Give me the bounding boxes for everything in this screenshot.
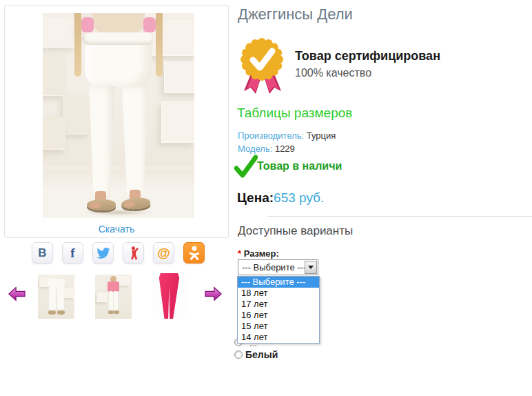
section-divider [267,216,532,217]
thumbnail-full-body[interactable] [95,275,132,319]
next-photo-arrow[interactable] [204,286,223,302]
pants-waistband [84,32,153,45]
product-title: Джеггинсы Дели [238,6,353,23]
chevron-down-icon [308,266,314,272]
hair-strand [74,13,81,77]
photo-bg-tile [63,96,91,135]
thumbnail-pink-leggings[interactable] [153,273,185,319]
odnoklassniki-person-icon [189,246,200,261]
options-heading: Доступные варианты [238,224,353,238]
required-asterisk: * [238,248,241,259]
size-tables-link[interactable]: Таблицы размеров [237,106,352,121]
model-value: 1229 [275,143,295,154]
size-dropdown-list: --- Выберите --- 18 лет 17 лет 16 лет 15… [237,276,320,344]
photo-bg-tile [43,117,66,150]
model-top [92,13,145,34]
twitter-bird-icon [96,248,110,259]
size-select-value: --- Выберите --- [242,260,306,275]
mailru-at-icon: @ [157,246,170,261]
pink-top-accent [143,17,156,32]
model-row: Модель: 1229 [238,143,295,154]
certified-badge-icon [236,37,289,97]
mailru-share-button[interactable]: @ [153,242,174,264]
facebook-share-button[interactable]: f [62,242,83,264]
dropdown-option-15[interactable]: 15 лет [238,321,319,332]
download-link[interactable]: Скачать [5,224,228,235]
manufacturer-value: Турция [307,130,336,141]
model-label: Модель: [238,143,272,154]
pink-top-accent [81,17,94,32]
hair-strand [156,13,163,77]
photo-bg-tile [161,101,194,143]
dropdown-option-16[interactable]: 16 лет [238,310,319,321]
certified-title: Товар сертифицирован [295,49,440,63]
dropdown-option-18[interactable]: 18 лет [238,288,319,299]
manufacturer-label: Производитель: [238,130,304,141]
price-row: Цена:653 руб. [237,190,324,206]
photo-shadow [83,209,154,216]
odnoklassniki-share-button[interactable] [183,242,205,264]
twitter-share-button[interactable] [92,242,114,264]
main-photo-frame: Скачать [4,5,229,238]
yandex-person-icon [128,246,139,260]
availability-status: Товар в наличи [257,160,342,172]
product-page: Скачать В f @ [0,0,532,396]
pants-hips [85,42,152,90]
size-option-label: * Размер: [238,248,279,259]
dropdown-option-14[interactable]: 14 лет [238,332,319,343]
price-value: 653 руб. [274,190,324,205]
prev-photo-arrow[interactable] [7,286,26,302]
social-share-bar: В f @ [32,242,205,264]
certified-subtitle: 100% качество [295,67,371,79]
price-label: Цена: [237,190,274,205]
sandal [87,199,116,210]
select-dropdown-button[interactable] [305,261,317,274]
thumbnail-back-view[interactable] [38,275,74,319]
vk-share-button[interactable]: В [32,242,53,264]
photo-bg-tile [43,55,65,96]
photo-bg-tile [164,61,194,93]
vk-icon: В [38,246,46,260]
color-radio-white[interactable] [234,350,243,359]
dropdown-option-17[interactable]: 17 лет [238,299,319,310]
main-product-photo[interactable] [43,13,194,218]
yandex-share-button[interactable] [123,242,144,264]
dropdown-option-placeholder[interactable]: --- Выберите --- [238,277,319,288]
photo-bg-tile [43,17,76,48]
size-select[interactable]: --- Выберите --- [238,259,318,275]
in-stock-check-icon [234,155,258,178]
color-white-label[interactable]: Белый [245,349,278,360]
facebook-icon: f [70,246,74,261]
manufacturer-row: Производитель: Турция [238,130,336,141]
size-label-text: Размер: [244,248,279,259]
